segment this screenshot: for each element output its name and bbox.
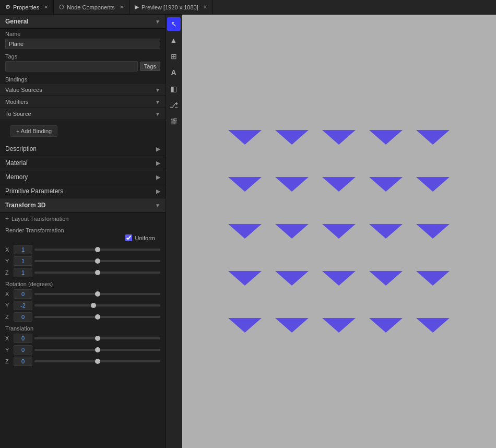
description-label: Description bbox=[5, 145, 37, 152]
scale-z-input[interactable] bbox=[14, 268, 32, 277]
triangle-down bbox=[322, 318, 356, 333]
value-sources-row[interactable]: Value Sources ▼ bbox=[0, 84, 166, 96]
tab-properties[interactable]: ⚙ Properties ✕ bbox=[0, 0, 54, 14]
material-label: Material bbox=[5, 159, 28, 167]
translation-y-input[interactable] bbox=[14, 345, 32, 355]
rotation-y-input[interactable] bbox=[14, 301, 32, 310]
primitive-parameters-label: Primitive Parameters bbox=[5, 187, 63, 195]
tab-properties-close[interactable]: ✕ bbox=[44, 4, 48, 10]
translation-y-slider[interactable] bbox=[34, 349, 160, 351]
translation-x-slider[interactable] bbox=[34, 337, 160, 339]
description-section[interactable]: Description ▶ bbox=[0, 142, 166, 156]
triangle-down bbox=[322, 224, 356, 239]
translation-z-row: Z bbox=[0, 356, 166, 367]
cursor-tool-button[interactable]: ↖ bbox=[167, 17, 181, 31]
memory-section[interactable]: Memory ▶ bbox=[0, 170, 166, 184]
translation-x-row: X bbox=[0, 333, 166, 344]
tab-preview[interactable]: ▶ Preview [1920 x 1080] ✕ bbox=[129, 0, 213, 14]
scale-y-label: Y bbox=[5, 258, 11, 264]
general-chevron: ▼ bbox=[155, 19, 160, 25]
rotation-x-row: X bbox=[0, 288, 166, 300]
translation-z-slider[interactable] bbox=[34, 360, 160, 362]
tab-node-components[interactable]: ⬡ Node Components ✕ bbox=[54, 0, 129, 14]
name-field-row: Name bbox=[0, 29, 166, 51]
modifiers-chevron: ▼ bbox=[155, 99, 160, 105]
scale-y-slider[interactable] bbox=[34, 260, 160, 262]
layout-transform-row[interactable]: + Layout Transformation bbox=[0, 213, 166, 225]
uniform-checkbox[interactable] bbox=[125, 234, 132, 241]
grid-tool-button[interactable]: ⊞ bbox=[167, 50, 181, 63]
to-source-chevron: ▼ bbox=[155, 111, 160, 117]
node-components-icon: ⬡ bbox=[59, 4, 64, 10]
add-binding-container: + Add Binding bbox=[0, 120, 166, 142]
tab-preview-label: Preview [1920 x 1080] bbox=[141, 4, 198, 10]
camera-tool-button[interactable]: 🎬 bbox=[167, 114, 181, 128]
modifiers-row[interactable]: Modifiers ▼ bbox=[0, 96, 166, 108]
triangle-down bbox=[369, 271, 403, 286]
triangle-down bbox=[228, 130, 262, 145]
primitive-parameters-section[interactable]: Primitive Parameters ▶ bbox=[0, 184, 166, 198]
material-section[interactable]: Material ▶ bbox=[0, 156, 166, 170]
value-sources-chevron: ▼ bbox=[155, 87, 160, 93]
general-header[interactable]: General ▼ bbox=[0, 15, 166, 29]
triangle-down bbox=[416, 318, 450, 333]
translation-x-input[interactable] bbox=[14, 334, 32, 343]
name-label: Name bbox=[5, 31, 160, 37]
pointer-tool-button[interactable]: ▲ bbox=[167, 33, 181, 47]
layout-transform-plus: + bbox=[5, 215, 9, 222]
triangle-down bbox=[275, 177, 309, 192]
triangle-down bbox=[228, 318, 262, 333]
scale-x-slider[interactable] bbox=[34, 249, 160, 251]
tab-preview-close[interactable]: ✕ bbox=[203, 4, 207, 10]
add-binding-button[interactable]: + Add Binding bbox=[10, 125, 57, 137]
layout-transform-label: Layout Transformation bbox=[11, 216, 68, 222]
rotation-y-slider[interactable] bbox=[34, 304, 160, 306]
rotation-x-slider[interactable] bbox=[34, 293, 160, 295]
triangle-down bbox=[416, 271, 450, 286]
tags-row: Tags bbox=[5, 61, 160, 72]
to-source-row[interactable]: To Source ▼ bbox=[0, 108, 166, 120]
triangles-grid bbox=[224, 116, 454, 346]
rotation-x-input[interactable] bbox=[14, 289, 32, 299]
left-panel: General ▼ Name Tags Tags Bindings Value … bbox=[0, 15, 166, 448]
name-input[interactable] bbox=[5, 39, 160, 49]
scale-z-slider[interactable] bbox=[34, 272, 160, 274]
scale-z-row: Z bbox=[0, 267, 166, 278]
tags-button[interactable]: Tags bbox=[140, 62, 160, 71]
tab-node-components-close[interactable]: ✕ bbox=[120, 4, 124, 10]
translation-z-input[interactable] bbox=[14, 357, 32, 366]
triangle-down bbox=[228, 271, 262, 286]
translation-y-row: Y bbox=[0, 344, 166, 356]
transform-3d-chevron: ▼ bbox=[155, 203, 160, 208]
tags-input[interactable] bbox=[5, 61, 138, 72]
share-tool-button[interactable]: ⎇ bbox=[167, 98, 181, 112]
rotation-x-label: X bbox=[5, 291, 11, 297]
rotation-z-slider[interactable] bbox=[34, 316, 160, 318]
scale-x-input[interactable] bbox=[14, 245, 32, 254]
scale-y-input[interactable] bbox=[14, 256, 32, 266]
modifiers-label: Modifiers bbox=[5, 99, 29, 105]
tab-bar: ⚙ Properties ✕ ⬡ Node Components ✕ ▶ Pre… bbox=[0, 0, 496, 15]
triangle-down bbox=[416, 177, 450, 192]
preview-area bbox=[182, 15, 496, 448]
triangle-down bbox=[228, 224, 262, 239]
triangle-down bbox=[416, 130, 450, 145]
rotation-y-label: Y bbox=[5, 302, 11, 309]
rotation-z-input[interactable] bbox=[14, 312, 32, 322]
memory-label: Memory bbox=[5, 173, 28, 181]
transform-3d-header[interactable]: Transform 3D ▼ bbox=[0, 198, 166, 213]
rotation-z-row: Z bbox=[0, 311, 166, 323]
triangle-down bbox=[416, 224, 450, 239]
triangle-down bbox=[322, 271, 356, 286]
tags-field-row: Tags Tags bbox=[0, 51, 166, 74]
tags-label: Tags bbox=[5, 53, 160, 60]
translation-x-label: X bbox=[5, 335, 11, 341]
triangle-down bbox=[275, 224, 309, 239]
tab-properties-label: Properties bbox=[13, 4, 39, 10]
triangle-down bbox=[275, 318, 309, 333]
triangle-down bbox=[322, 177, 356, 192]
layers-tool-button[interactable]: ◧ bbox=[167, 82, 181, 96]
value-sources-label: Value Sources bbox=[5, 87, 42, 93]
bindings-label: Bindings bbox=[0, 74, 166, 84]
text-tool-button[interactable]: A bbox=[167, 66, 181, 79]
